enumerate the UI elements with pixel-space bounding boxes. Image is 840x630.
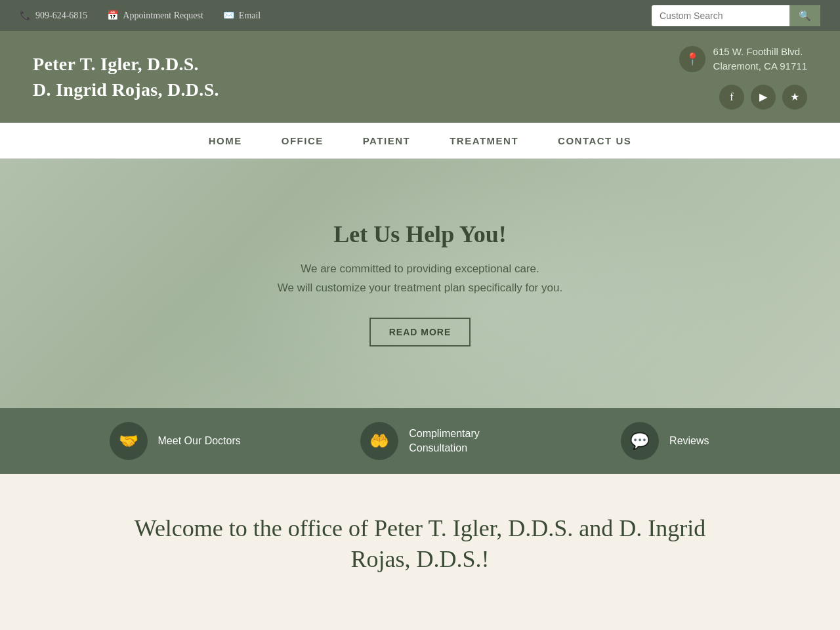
- practice-name: Peter T. Igler, D.D.S. D. Ingrid Rojas, …: [33, 51, 219, 102]
- nav-home[interactable]: HOME: [189, 123, 262, 159]
- header: Peter T. Igler, D.D.S. D. Ingrid Rojas, …: [0, 31, 840, 123]
- feature-reviews[interactable]: 💬 Reviews: [543, 422, 788, 460]
- phone-number: 909-624-6815: [35, 10, 87, 21]
- location-icon: 📍: [679, 46, 705, 72]
- consultation-icon: 🤲: [360, 422, 398, 460]
- feature-bar: 🤝 Meet Our Doctors 🤲 ComplimentaryConsul…: [0, 408, 840, 474]
- address-text: 615 W. Foothill Blvd. Claremont, CA 9171…: [713, 45, 807, 74]
- social-icons: f ▶ ★: [719, 85, 807, 110]
- header-right: 📍 615 W. Foothill Blvd. Claremont, CA 91…: [679, 45, 807, 110]
- search-button[interactable]: 🔍: [789, 5, 820, 26]
- hero-subtitle: We are committed to providing exceptiona…: [278, 260, 562, 298]
- top-bar: 📞 909-624-6815 📅 Appointment Request ✉️ …: [0, 0, 840, 31]
- reviews-label: Reviews: [669, 434, 709, 448]
- welcome-section: Welcome to the office of Peter T. Igler,…: [0, 474, 840, 614]
- address-line2: Claremont, CA 91711: [713, 59, 807, 74]
- feature-consultation[interactable]: 🤲 ComplimentaryConsultation: [297, 422, 542, 460]
- appointment-link[interactable]: 📅 Appointment Request: [107, 10, 203, 21]
- email-link[interactable]: ✉️ Email: [223, 10, 261, 21]
- address-line1: 615 W. Foothill Blvd.: [713, 45, 807, 60]
- yelp-icon[interactable]: ★: [782, 85, 807, 110]
- hero-title: Let Us Help You!: [333, 220, 507, 248]
- facebook-icon[interactable]: f: [719, 85, 744, 110]
- address-row: 📍 615 W. Foothill Blvd. Claremont, CA 91…: [679, 45, 807, 74]
- main-nav: HOME OFFICE PATIENT TREATMENT CONTACT US: [0, 123, 840, 159]
- youtube-icon[interactable]: ▶: [751, 85, 776, 110]
- doctor2-name: D. Ingrid Rojas, D.D.S.: [33, 77, 219, 102]
- email-icon: ✉️: [223, 10, 234, 21]
- read-more-button[interactable]: READ MORE: [369, 318, 471, 346]
- welcome-title: Welcome to the office of Peter T. Igler,…: [125, 513, 715, 575]
- nav-office[interactable]: OFFICE: [262, 123, 343, 159]
- reviews-icon: 💬: [621, 422, 659, 460]
- appointment-label: Appointment Request: [123, 10, 203, 21]
- handshake-icon: 🤝: [110, 422, 148, 460]
- phone-icon: 📞: [20, 10, 31, 21]
- nav-treatment[interactable]: TREATMENT: [430, 123, 538, 159]
- nav-patient[interactable]: PATIENT: [343, 123, 430, 159]
- calendar-icon: 📅: [107, 10, 118, 21]
- doctor1-name: Peter T. Igler, D.D.S.: [33, 51, 219, 77]
- hero-section: Let Us Help You! We are committed to pro…: [0, 159, 840, 408]
- hero-subtitle-line1: We are committed to providing exceptiona…: [278, 260, 562, 279]
- search-wrapper: 🔍: [652, 5, 820, 26]
- nav-contact[interactable]: CONTACT US: [538, 123, 651, 159]
- phone-link[interactable]: 📞 909-624-6815: [20, 10, 87, 21]
- search-input[interactable]: [652, 10, 789, 21]
- consultation-label: ComplimentaryConsultation: [409, 427, 480, 456]
- hero-subtitle-line2: We will customize your treatment plan sp…: [278, 279, 562, 298]
- meet-doctors-label: Meet Our Doctors: [158, 434, 241, 448]
- top-bar-left: 📞 909-624-6815 📅 Appointment Request ✉️ …: [20, 10, 652, 21]
- feature-meet-doctors[interactable]: 🤝 Meet Our Doctors: [52, 422, 297, 460]
- email-label: Email: [239, 10, 261, 21]
